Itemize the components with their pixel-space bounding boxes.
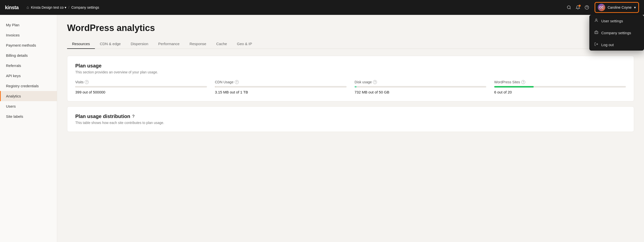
logo[interactable]: kinsta <box>5 5 19 10</box>
site-name-breadcrumb[interactable]: Kinsta Design test co ▾ <box>31 5 66 9</box>
sidebar-item-site-labels[interactable]: Site labels <box>0 111 57 121</box>
cdn-help-icon[interactable]: ? <box>235 80 239 84</box>
sites-help-icon[interactable]: ? <box>521 80 525 84</box>
disk-help-icon[interactable]: ? <box>373 80 377 84</box>
topnav-icons: CC Caroline Coyne ▾ <box>567 2 639 13</box>
page-header: WordPress analytics Reload Current m <box>67 23 634 33</box>
plan-usage-subtitle: This section provides an overview of you… <box>75 70 626 74</box>
visits-help-icon[interactable]: ? <box>85 80 89 84</box>
tab-performance[interactable]: Performance <box>153 39 184 49</box>
visits-value: 399 out of 500000 <box>75 90 207 94</box>
user-menu-button[interactable]: CC Caroline Coyne ▾ <box>594 2 639 13</box>
visits-progress-bg <box>75 86 207 88</box>
plan-distribution-card: Plan usage distribution ? This table sho… <box>67 106 634 132</box>
svg-point-4 <box>596 19 597 20</box>
plan-distribution-title: Plan usage distribution <box>75 114 130 119</box>
metric-disk: Disk usage ? 732 MB out of 50 GB <box>354 80 486 94</box>
cdn-progress-bg <box>215 86 346 88</box>
tab-cdn-edge[interactable]: CDN & edge <box>95 39 126 49</box>
dropdown-item-company-settings[interactable]: Company settings <box>589 27 644 39</box>
tab-geo-ip[interactable]: Geo & IP <box>232 39 257 49</box>
breadcrumb-page: Company settings <box>71 5 99 9</box>
sidebar-item-analytics[interactable]: Analytics <box>0 91 57 101</box>
breadcrumb-separator: / <box>68 5 69 9</box>
plan-usage-card: Plan usage This section provides an over… <box>67 56 634 101</box>
user-chevron-icon: ▾ <box>634 5 636 9</box>
dropdown-item-user-settings[interactable]: User settings <box>589 15 644 27</box>
sidebar-item-api-keys[interactable]: API keys <box>0 71 57 81</box>
tab-response[interactable]: Response <box>184 39 212 49</box>
tab-dispersion[interactable]: Dispersion <box>126 39 153 49</box>
help-button[interactable] <box>584 5 589 10</box>
metrics-grid: Visits ? 399 out of 500000 CDN Usage ? <box>75 80 626 94</box>
home-icon[interactable]: ⌂ <box>26 5 29 10</box>
tab-cache[interactable]: Cache <box>211 39 232 49</box>
sites-value: 6 out of 20 <box>494 90 626 94</box>
sidebar-item-referrals[interactable]: Referrals <box>0 60 57 71</box>
search-button[interactable] <box>567 5 571 10</box>
sidebar-item-users[interactable]: Users <box>0 101 57 111</box>
page-title: WordPress analytics <box>67 23 155 33</box>
topnav: kinsta ⌂ Kinsta Design test co ▾ / Compa… <box>0 0 644 15</box>
disk-progress-bg <box>354 86 486 88</box>
analytics-tabs: Resources CDN & edge Dispersion Performa… <box>67 39 634 49</box>
main-content: WordPress analytics Reload Current m Res… <box>57 15 644 242</box>
distribution-help-icon[interactable]: ? <box>132 114 134 119</box>
user-settings-icon <box>594 18 598 23</box>
company-settings-icon <box>594 30 598 35</box>
cdn-value: 3.15 MB out of 1 TB <box>215 90 346 94</box>
metric-cdn: CDN Usage ? 3.15 MB out of 1 TB <box>215 80 346 94</box>
dropdown-item-logout[interactable]: Log out <box>589 39 644 51</box>
metric-sites: WordPress Sites ? 6 out of 20 <box>494 80 626 94</box>
notifications-button[interactable] <box>576 5 580 10</box>
disk-value: 732 MB out of 50 GB <box>354 90 486 94</box>
sidebar-item-payment-methods[interactable]: Payment methods <box>0 40 57 50</box>
user-name: Caroline Coyne <box>608 5 632 9</box>
svg-line-1 <box>570 8 570 9</box>
main-layout: My Plan Invoices Payment methods Billing… <box>0 15 644 242</box>
chevron-icon: ▾ <box>64 5 66 9</box>
notification-dot <box>579 5 581 7</box>
metric-visits: Visits ? 399 out of 500000 <box>75 80 207 94</box>
breadcrumb: ⌂ Kinsta Design test co ▾ / Company sett… <box>26 5 567 10</box>
cdn-progress-fill <box>215 86 216 88</box>
logout-icon <box>594 42 598 47</box>
sidebar-item-billing-details[interactable]: Billing details <box>0 50 57 60</box>
svg-point-0 <box>567 6 570 9</box>
sidebar-item-my-plan[interactable]: My Plan <box>0 20 57 30</box>
sites-progress-fill <box>494 86 534 88</box>
disk-progress-fill <box>354 86 356 88</box>
sidebar-item-registry-credentials[interactable]: Registry credentials <box>0 81 57 91</box>
svg-rect-5 <box>594 31 598 34</box>
plan-distribution-subtitle: This table shows how each site contribut… <box>75 121 626 125</box>
plan-usage-title: Plan usage <box>75 63 626 69</box>
sites-progress-bg <box>494 86 626 88</box>
user-dropdown-menu: User settings Company settings Log out <box>589 15 644 51</box>
sidebar: My Plan Invoices Payment methods Billing… <box>0 15 57 242</box>
tab-resources[interactable]: Resources <box>67 39 95 49</box>
user-avatar: CC <box>598 4 605 11</box>
sidebar-item-invoices[interactable]: Invoices <box>0 30 57 40</box>
